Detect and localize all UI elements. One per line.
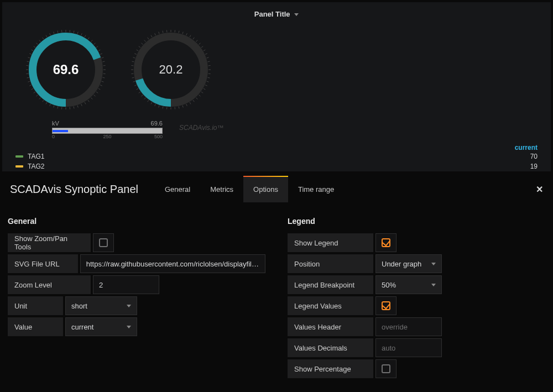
svg-line-20 bbox=[50, 104, 51, 106]
svg-line-112 bbox=[186, 33, 187, 35]
svg-line-111 bbox=[182, 32, 183, 34]
svg-line-81 bbox=[159, 106, 159, 108]
svg-line-25 bbox=[34, 92, 35, 93]
svg-line-119 bbox=[205, 54, 207, 55]
svg-line-68 bbox=[204, 88, 205, 90]
svg-line-105 bbox=[159, 32, 159, 34]
svg-line-7 bbox=[96, 92, 98, 93]
svg-line-76 bbox=[179, 107, 179, 109]
svg-line-14 bbox=[74, 107, 74, 109]
svg-line-6 bbox=[98, 88, 100, 90]
legend-row[interactable]: TAG1 70 bbox=[13, 151, 540, 161]
label-zoom-level: Zoom Level bbox=[8, 275, 91, 294]
svg-line-73 bbox=[190, 102, 191, 104]
legend-value: 19 bbox=[530, 163, 538, 170]
panel-title[interactable]: Panel Title bbox=[13, 7, 540, 24]
svg-line-38 bbox=[36, 43, 38, 45]
svg-line-72 bbox=[193, 100, 194, 102]
tab-metrics[interactable]: Metrics bbox=[200, 176, 243, 202]
input-values-header[interactable] bbox=[375, 317, 442, 336]
svg-line-33 bbox=[27, 61, 29, 62]
watermark: SCADAvis.io™ bbox=[179, 124, 223, 138]
tab-general[interactable]: General bbox=[155, 176, 200, 202]
svg-line-96 bbox=[133, 58, 135, 58]
label-show-percentage: Show Percentage bbox=[288, 359, 373, 378]
checkbox-legend-values[interactable] bbox=[375, 296, 397, 315]
select-unit[interactable]: short bbox=[65, 296, 137, 315]
svg-line-84 bbox=[148, 100, 149, 102]
svg-line-83 bbox=[151, 102, 152, 104]
svg-line-44 bbox=[58, 31, 58, 33]
svg-line-49 bbox=[77, 32, 78, 34]
svg-line-28 bbox=[28, 81, 30, 82]
svg-line-22 bbox=[43, 100, 44, 102]
legend-row[interactable]: TAG2 19 bbox=[13, 161, 540, 171]
svg-line-100 bbox=[141, 43, 143, 45]
svg-line-97 bbox=[134, 54, 137, 55]
gauge-1-value: 69.6 bbox=[53, 62, 79, 77]
svg-line-95 bbox=[132, 61, 134, 62]
svg-line-101 bbox=[144, 40, 146, 41]
svg-line-21 bbox=[46, 102, 47, 104]
bargraph-reading: 69.6 bbox=[151, 120, 163, 127]
bargraph: kV 69.6 0 250 500 bbox=[52, 120, 163, 138]
svg-line-69 bbox=[201, 92, 203, 93]
legend-swatch bbox=[15, 155, 23, 158]
checkbox-show-percentage[interactable] bbox=[375, 359, 397, 378]
select-legend-breakpoint[interactable]: 50% bbox=[375, 275, 442, 294]
legend-header: current bbox=[13, 144, 540, 151]
input-values-decimals[interactable] bbox=[375, 338, 442, 357]
svg-line-37 bbox=[34, 46, 35, 48]
select-position[interactable]: Under graph bbox=[375, 254, 442, 273]
svg-line-57 bbox=[100, 54, 102, 55]
svg-line-13 bbox=[77, 106, 78, 108]
svg-line-29 bbox=[27, 77, 29, 78]
svg-line-5 bbox=[100, 85, 102, 86]
gauge-2: 20.2 bbox=[129, 28, 212, 111]
label-values-decimals: Values Decimals bbox=[288, 338, 373, 357]
svg-line-43 bbox=[54, 32, 54, 34]
label-svg-url: SVG File URL bbox=[8, 254, 78, 273]
checkbox-show-legend[interactable] bbox=[375, 233, 397, 252]
svg-line-26 bbox=[32, 88, 33, 90]
close-icon[interactable]: ✕ bbox=[536, 184, 543, 195]
svg-line-11 bbox=[85, 102, 86, 104]
svg-line-98 bbox=[137, 50, 138, 51]
svg-line-90 bbox=[133, 81, 135, 82]
svg-line-3 bbox=[103, 77, 105, 78]
gauge-1: 69.6 bbox=[24, 28, 107, 111]
svg-line-116 bbox=[199, 43, 201, 45]
svg-line-110 bbox=[179, 31, 179, 33]
label-show-legend: Show Legend bbox=[288, 233, 373, 252]
svg-line-89 bbox=[134, 85, 137, 86]
panel-legend: current TAG1 70 TAG2 19 bbox=[13, 144, 540, 171]
input-zoom-level[interactable] bbox=[93, 275, 159, 294]
svg-line-87 bbox=[139, 92, 140, 93]
svg-line-65 bbox=[208, 77, 210, 78]
svg-line-42 bbox=[50, 33, 51, 35]
editor-title: SCADAvis Synoptic Panel bbox=[10, 183, 138, 196]
svg-line-58 bbox=[102, 58, 104, 58]
svg-line-27 bbox=[29, 85, 32, 86]
svg-line-52 bbox=[88, 38, 89, 39]
chevron-down-icon bbox=[431, 284, 436, 286]
tab-options[interactable]: Options bbox=[243, 176, 288, 202]
tab-timerange[interactable]: Time range bbox=[288, 176, 344, 202]
svg-line-51 bbox=[85, 35, 86, 37]
svg-line-91 bbox=[132, 77, 134, 78]
svg-line-4 bbox=[102, 81, 104, 82]
svg-line-99 bbox=[139, 46, 140, 48]
section-general-heading: General bbox=[8, 217, 265, 226]
input-svg-url[interactable] bbox=[80, 254, 265, 273]
svg-line-104 bbox=[155, 33, 156, 35]
svg-line-9 bbox=[91, 98, 93, 100]
svg-line-113 bbox=[190, 35, 191, 37]
svg-line-36 bbox=[32, 50, 33, 51]
checkbox-show-zoom[interactable] bbox=[93, 233, 114, 252]
svg-line-40 bbox=[43, 38, 44, 39]
select-value[interactable]: current bbox=[65, 317, 137, 336]
svg-line-71 bbox=[196, 98, 198, 100]
legend-value: 70 bbox=[530, 153, 538, 160]
svg-line-34 bbox=[28, 58, 30, 58]
svg-line-88 bbox=[137, 88, 138, 90]
